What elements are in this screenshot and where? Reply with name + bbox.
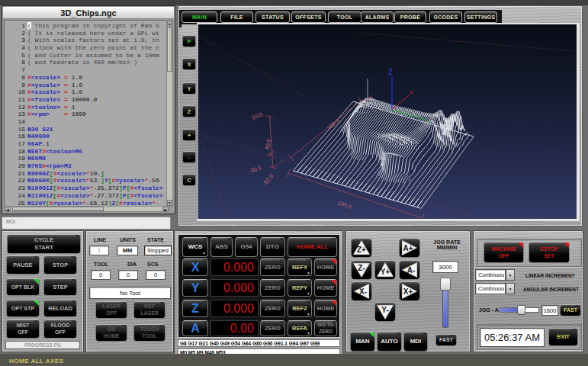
svg-text:10.0: 10.0 [251, 111, 264, 120]
svg-text:A+: A+ [403, 244, 413, 252]
svg-text:-52.0: -52.0 [262, 172, 275, 187]
svg-text:Y: Y [427, 120, 431, 125]
svg-text:Y+: Y+ [381, 268, 390, 276]
svg-text:Y-: Y- [381, 306, 388, 314]
svg-text:X+: X+ [403, 287, 413, 296]
svg-text:A-: A- [407, 266, 416, 274]
svg-text:X: X [410, 90, 413, 95]
svg-text:Z: Z [388, 68, 393, 76]
svg-text:Z-: Z- [358, 264, 365, 272]
svg-text:105.0: 105.0 [336, 199, 352, 210]
svg-text:X-: X- [359, 287, 367, 296]
svg-text:-30.5: -30.5 [248, 165, 262, 175]
svg-text:58.1: 58.1 [365, 94, 374, 102]
svg-text:Z+: Z+ [357, 246, 366, 254]
